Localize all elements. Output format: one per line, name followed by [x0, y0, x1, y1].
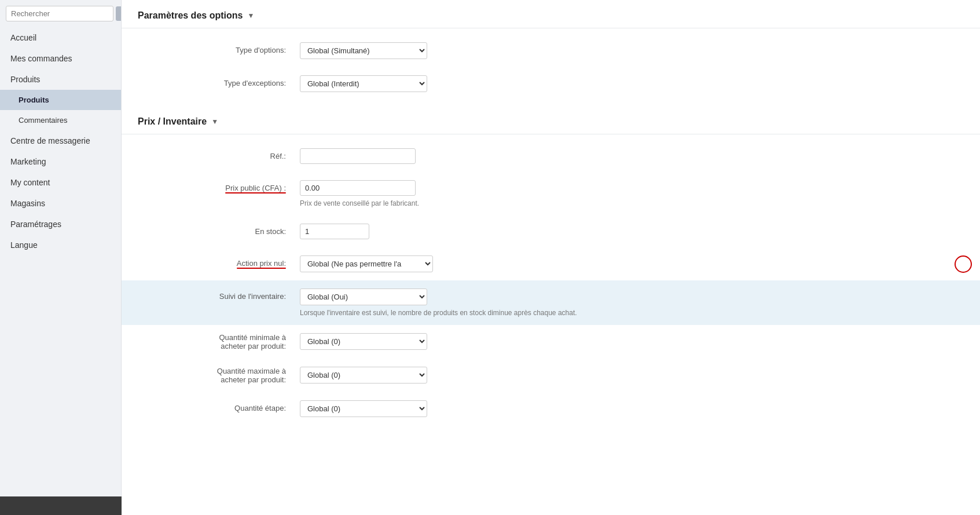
action-prix-nul-select[interactable]: Global (Ne pas permettre l'a Autoriser I…	[300, 255, 433, 272]
suivi-inventaire-control: Global (Oui) Oui Non Lorsque l'inventair…	[300, 288, 964, 317]
section-prix-header[interactable]: Prix / Inventaire ▼	[122, 106, 980, 134]
suivi-inventaire-row: Suivi de l'inventaire: Global (Oui) Oui …	[122, 280, 980, 325]
sidebar: 🔍 Accueil Mes commandes Produits Produit…	[0, 0, 122, 515]
sidebar-item-produits-sub[interactable]: Produits	[0, 90, 121, 110]
prix-public-row: Prix public (CFA) : Prix de vente consei…	[138, 172, 964, 216]
en-stock-row: En stock:	[138, 216, 964, 247]
action-prix-nul-label-text: Action prix nul:	[237, 259, 286, 268]
type-options-row: Type d'options: Global (Simultané) Local…	[138, 34, 964, 67]
sidebar-item-langue[interactable]: Langue	[0, 235, 121, 255]
prix-public-hint: Prix de vente conseillé par le fabricant…	[300, 199, 964, 207]
qte-min-label: Quantité minimale à acheter par produit:	[138, 333, 300, 350]
type-options-control: Global (Simultané) Local Désactivé	[300, 42, 964, 59]
type-exceptions-row: Type d'exceptions: Global (Interdit) Aut…	[138, 67, 964, 100]
en-stock-control	[300, 224, 964, 239]
qte-min-select[interactable]: Global (0) 1 2 5	[300, 333, 427, 350]
search-input[interactable]	[6, 6, 113, 21]
type-exceptions-label: Type d'exceptions:	[138, 75, 300, 87]
sidebar-item-parametrages[interactable]: Paramétrages	[0, 214, 121, 235]
qte-max-select[interactable]: Global (0) 1 2 5 10	[300, 367, 427, 383]
suivi-inventaire-hint: Lorsque l'inventaire est suivi, le nombr…	[300, 309, 964, 317]
qte-max-control: Global (0) 1 2 5 10	[300, 367, 964, 383]
section-prix-body: Réf.: Prix public (CFA) : Prix de vente …	[122, 134, 980, 431]
ref-row: Réf.:	[138, 140, 964, 172]
en-stock-input[interactable]	[300, 224, 369, 239]
qte-etape-label: Quantité étape:	[138, 400, 300, 412]
sidebar-bottom-bar	[0, 496, 122, 515]
qte-max-label: Quantité maximale à acheter par produit:	[138, 367, 300, 384]
search-button[interactable]: 🔍	[116, 6, 122, 21]
suivi-inventaire-select[interactable]: Global (Oui) Oui Non	[300, 288, 427, 305]
main-content: Paramètres des options ▼ Type d'options:…	[122, 0, 980, 515]
type-exceptions-select[interactable]: Global (Interdit) Autorisé Désactivé	[300, 75, 427, 92]
section-options-title: Paramètres des options	[138, 10, 243, 21]
action-prix-nul-wrap: Global (Ne pas permettre l'a Autoriser I…	[300, 255, 964, 272]
action-prix-nul-row: Action prix nul: Global (Ne pas permettr…	[138, 247, 964, 280]
qte-etape-control: Global (0) 1 2 5	[300, 400, 964, 417]
section-prix-title: Prix / Inventaire	[138, 116, 207, 127]
qte-max-label-line1: Quantité maximale à	[217, 367, 286, 375]
sidebar-item-mes-commandes[interactable]: Mes commandes	[0, 48, 121, 69]
sidebar-item-accueil[interactable]: Accueil	[0, 27, 121, 48]
qte-etape-select[interactable]: Global (0) 1 2 5	[300, 400, 427, 417]
sidebar-item-centre-messagerie[interactable]: Centre de messagerie	[0, 130, 121, 151]
type-options-label: Type d'options:	[138, 42, 300, 54]
ref-input[interactable]	[300, 148, 416, 164]
section-options-body: Type d'options: Global (Simultané) Local…	[122, 28, 980, 106]
sidebar-item-produits[interactable]: Produits	[0, 69, 121, 90]
en-stock-label: En stock:	[138, 224, 300, 236]
search-bar: 🔍	[0, 0, 121, 27]
qte-etape-row: Quantité étape: Global (0) 1 2 5	[138, 392, 964, 425]
ref-control	[300, 148, 964, 164]
prix-public-label: Prix public (CFA) :	[138, 180, 300, 192]
sidebar-item-my-content[interactable]: My content	[0, 172, 121, 193]
type-options-select[interactable]: Global (Simultané) Local Désactivé	[300, 42, 427, 59]
qte-min-row: Quantité minimale à acheter par produit:…	[138, 325, 964, 359]
qte-min-label-line1: Quantité minimale à	[219, 333, 286, 342]
suivi-inventaire-label: Suivi de l'inventaire:	[138, 288, 300, 301]
red-circle-annotation	[955, 255, 972, 273]
sidebar-item-commentaires[interactable]: Commentaires	[0, 110, 121, 130]
ref-label: Réf.:	[138, 148, 300, 160]
qte-max-label-line2: acheter par produit:	[221, 375, 286, 384]
qte-max-row: Quantité maximale à acheter par produit:…	[138, 359, 964, 392]
sidebar-item-marketing[interactable]: Marketing	[0, 151, 121, 172]
action-prix-nul-label: Action prix nul:	[138, 255, 300, 268]
qte-min-control: Global (0) 1 2 5	[300, 333, 964, 350]
type-exceptions-control: Global (Interdit) Autorisé Désactivé	[300, 75, 964, 92]
chevron-down-icon: ▼	[247, 12, 254, 20]
prix-public-label-text: Prix public (CFA) :	[225, 184, 286, 192]
action-prix-nul-control: Global (Ne pas permettre l'a Autoriser I…	[300, 255, 964, 272]
section-options-header[interactable]: Paramètres des options ▼	[122, 0, 980, 28]
prix-chevron-down-icon: ▼	[211, 118, 218, 126]
qte-min-label-line2: acheter par produit:	[221, 342, 286, 350]
prix-public-control: Prix de vente conseillé par le fabricant…	[300, 180, 964, 207]
prix-public-input[interactable]	[300, 180, 416, 196]
sidebar-item-magasins[interactable]: Magasins	[0, 193, 121, 214]
